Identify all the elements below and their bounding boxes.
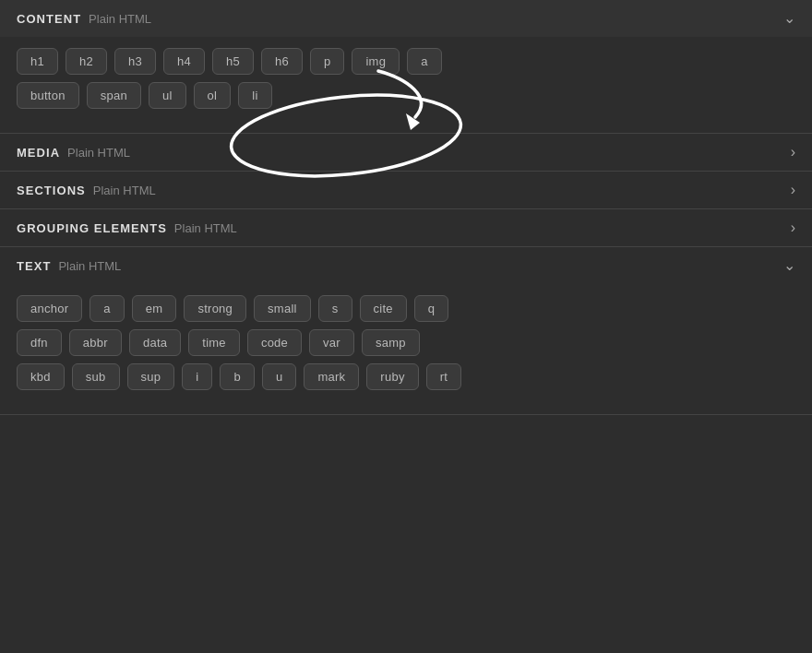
section-grouping-chevron: ›: [791, 220, 795, 235]
section-media: MEDIA Plain HTML ›: [0, 134, 812, 172]
tag-u[interactable]: u: [262, 363, 297, 390]
section-grouping-header[interactable]: GROUPING ELEMENTS Plain HTML ›: [0, 209, 812, 246]
content-row-1: h1 h2 h3 h4 h5 h6 p img a: [17, 48, 795, 75]
tag-h6[interactable]: h6: [261, 48, 303, 75]
tag-ruby[interactable]: ruby: [366, 363, 418, 390]
section-text-header[interactable]: TEXT Plain HTML ⌄: [0, 247, 812, 284]
section-content-header[interactable]: CONTENT Plain HTML ⌄: [0, 0, 812, 37]
tag-img[interactable]: img: [352, 48, 400, 75]
tag-q[interactable]: q: [414, 295, 449, 322]
section-media-header[interactable]: MEDIA Plain HTML ›: [0, 134, 812, 171]
text-row-2: dfn abbr data time code var samp: [17, 329, 795, 356]
section-content-body: h1 h2 h3 h4 h5 h6 p img a button span ul…: [0, 37, 812, 133]
tag-h5[interactable]: h5: [212, 48, 254, 75]
tag-li[interactable]: li: [238, 82, 271, 109]
tag-h3[interactable]: h3: [114, 48, 156, 75]
section-text-label: TEXT: [17, 259, 51, 273]
tag-strong[interactable]: strong: [184, 295, 246, 322]
tag-rt[interactable]: rt: [426, 363, 461, 390]
section-text-body: anchor a em strong small s cite q dfn ab…: [0, 284, 812, 414]
tag-kbd[interactable]: kbd: [17, 363, 65, 390]
tag-sub[interactable]: sub: [72, 363, 120, 390]
tag-sup[interactable]: sup: [127, 363, 175, 390]
text-row-1: anchor a em strong small s cite q: [17, 295, 795, 322]
tag-h1[interactable]: h1: [17, 48, 58, 75]
section-content-label: CONTENT: [17, 12, 81, 26]
tag-small[interactable]: small: [254, 295, 311, 322]
tag-b[interactable]: b: [220, 363, 255, 390]
section-grouping: GROUPING ELEMENTS Plain HTML ›: [0, 209, 812, 247]
tag-a[interactable]: a: [407, 48, 442, 75]
section-sections-subtitle: Plain HTML: [93, 184, 156, 197]
tag-samp[interactable]: samp: [362, 329, 420, 356]
section-content-title: CONTENT Plain HTML: [17, 12, 151, 26]
tag-code[interactable]: code: [247, 329, 302, 356]
section-text-title: TEXT Plain HTML: [17, 259, 121, 273]
section-sections: SECTIONS Plain HTML ›: [0, 172, 812, 209]
tag-s[interactable]: s: [318, 295, 352, 322]
section-content-subtitle: Plain HTML: [89, 12, 151, 26]
section-content-chevron: ⌄: [783, 11, 795, 26]
section-grouping-label: GROUPING ELEMENTS: [17, 221, 167, 235]
section-sections-label: SECTIONS: [17, 184, 86, 197]
tag-a-text[interactable]: a: [90, 295, 125, 322]
tag-data[interactable]: data: [129, 329, 181, 356]
section-text-chevron: ⌄: [783, 258, 795, 273]
tag-cite[interactable]: cite: [360, 295, 407, 322]
tag-p[interactable]: p: [310, 48, 345, 75]
page-container: CONTENT Plain HTML ⌄ h1 h2 h3 h4 h5 h6 p…: [0, 0, 812, 415]
tag-em[interactable]: em: [132, 295, 177, 322]
section-media-label: MEDIA: [17, 146, 60, 160]
tag-ol[interactable]: ol: [194, 82, 232, 109]
section-sections-header[interactable]: SECTIONS Plain HTML ›: [0, 172, 812, 208]
section-grouping-title: GROUPING ELEMENTS Plain HTML: [17, 221, 237, 235]
tag-mark[interactable]: mark: [304, 363, 359, 390]
tag-time[interactable]: time: [188, 329, 240, 356]
section-content: CONTENT Plain HTML ⌄ h1 h2 h3 h4 h5 h6 p…: [0, 0, 812, 134]
tag-dfn[interactable]: dfn: [17, 329, 62, 356]
tag-span[interactable]: span: [87, 82, 141, 109]
section-media-chevron: ›: [791, 145, 795, 160]
tag-ul[interactable]: ul: [149, 82, 186, 109]
section-sections-chevron: ›: [791, 183, 795, 197]
tag-button[interactable]: button: [17, 82, 79, 109]
section-media-subtitle: Plain HTML: [67, 146, 130, 160]
section-media-title: MEDIA Plain HTML: [17, 146, 130, 160]
content-row-2: button span ul ol li: [17, 82, 795, 109]
tag-var[interactable]: var: [309, 329, 354, 356]
section-grouping-subtitle: Plain HTML: [174, 221, 237, 235]
tag-h4[interactable]: h4: [163, 48, 205, 75]
tag-h2[interactable]: h2: [66, 48, 107, 75]
section-text-subtitle: Plain HTML: [58, 259, 121, 273]
section-sections-title: SECTIONS Plain HTML: [17, 184, 156, 197]
tag-anchor[interactable]: anchor: [17, 295, 82, 322]
section-text: TEXT Plain HTML ⌄ anchor a em strong sma…: [0, 247, 812, 415]
tag-i[interactable]: i: [182, 363, 212, 390]
text-row-3: kbd sub sup i b u mark ruby rt: [17, 363, 795, 390]
tag-abbr[interactable]: abbr: [69, 329, 122, 356]
